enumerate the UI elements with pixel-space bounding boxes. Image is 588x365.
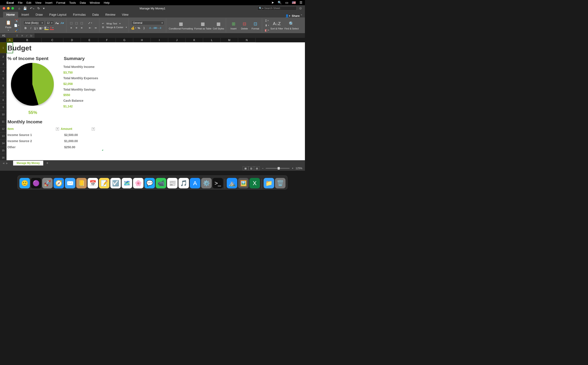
dock-app-news[interactable]: 📰: [167, 178, 177, 188]
maximize-window-button[interactable]: [11, 7, 14, 10]
increase-font-icon[interactable]: A▴: [55, 21, 59, 25]
col-header-j[interactable]: J: [168, 38, 186, 42]
row-header-3[interactable]: 3: [0, 60, 7, 68]
col-header-e[interactable]: E: [81, 38, 98, 42]
wrap-text-button[interactable]: ↩ Wrap Text ▾: [102, 22, 127, 25]
app-menu[interactable]: Excel: [7, 1, 14, 4]
dock-app-messages[interactable]: 💬: [144, 178, 155, 188]
dock-app-mail[interactable]: ✉️: [65, 178, 75, 188]
font-name-select[interactable]: Arial (Body) ▾: [23, 21, 44, 25]
dock-app-notes[interactable]: 📝: [99, 178, 109, 188]
menu-format[interactable]: Format: [56, 1, 65, 4]
decrease-decimal-icon[interactable]: .00→.0: [156, 26, 160, 30]
paste-button[interactable]: 📋 Paste ▾: [3, 19, 13, 31]
cancel-formula-icon[interactable]: ✕: [21, 34, 23, 37]
orientation-icon[interactable]: ⤢: [88, 21, 92, 25]
fx-icon[interactable]: fx: [30, 34, 32, 37]
increase-indent-icon[interactable]: ⇥: [93, 26, 97, 30]
row-header-2[interactable]: 2: [0, 53, 7, 60]
cut-icon[interactable]: ✂️: [14, 19, 19, 22]
font-size-select[interactable]: 12 ▾: [45, 21, 54, 25]
clear-icon[interactable]: ◧: [265, 28, 269, 32]
menu-window[interactable]: Window: [90, 1, 100, 4]
dock-app-music[interactable]: 🎵: [178, 178, 189, 188]
tab-data[interactable]: Data: [89, 12, 102, 17]
fill-icon[interactable]: ⬇: [265, 23, 269, 27]
align-left-icon[interactable]: ≡: [69, 26, 73, 30]
bold-button[interactable]: B: [23, 26, 28, 30]
add-sheet-button[interactable]: +: [43, 161, 51, 165]
delete-cells-button[interactable]: ⊟Delete: [240, 21, 249, 30]
row-header-13[interactable]: 13: [0, 133, 7, 140]
tab-draw[interactable]: Draw: [32, 12, 46, 17]
tab-review[interactable]: Review: [102, 12, 119, 17]
dock-app-photos[interactable]: 🌸: [133, 178, 143, 188]
dock-app-preview[interactable]: 🖼️: [238, 178, 248, 188]
dock-app-settings[interactable]: ⚙️: [201, 178, 212, 188]
tab-formulas[interactable]: Formulas: [70, 12, 89, 17]
dock-app-affinity[interactable]: ⛰️: [227, 178, 237, 188]
col-header-d[interactable]: D: [63, 38, 81, 42]
row-header-10[interactable]: 10: [0, 111, 7, 118]
row-header-12[interactable]: 12: [0, 125, 7, 133]
menu-edit[interactable]: Edit: [26, 1, 31, 4]
font-color-button[interactable]: A: [50, 26, 54, 30]
align-middle-icon[interactable]: ⬚: [74, 21, 79, 25]
feedback-icon[interactable]: ☺: [299, 6, 302, 10]
select-all-corner[interactable]: [0, 38, 7, 42]
filter-item-button[interactable]: ▾: [56, 127, 59, 131]
qat-customize-icon[interactable]: ▾: [43, 7, 45, 10]
number-format-select[interactable]: General▾: [132, 21, 164, 25]
tab-home[interactable]: Home: [3, 12, 18, 17]
dock-app-terminal[interactable]: >_: [213, 178, 223, 188]
dock-app-appstore[interactable]: A: [190, 178, 200, 188]
menu-help[interactable]: Help: [104, 1, 110, 4]
search-sheet-input[interactable]: 🔍▾ Search Sheet: [257, 6, 297, 10]
cells-area[interactable]: Budget % of Income Spent Summary 55%: [7, 42, 305, 160]
row-header-9[interactable]: 9: [0, 104, 7, 111]
zoom-out-button[interactable]: −: [262, 167, 263, 170]
col-header-a[interactable]: A: [7, 38, 13, 42]
decrease-font-icon[interactable]: A▾: [60, 21, 64, 25]
zoom-in-button[interactable]: +: [292, 167, 293, 170]
insert-cells-button[interactable]: ⊞Insert: [229, 21, 238, 30]
sheet-tab-active[interactable]: Manage My Money: [13, 161, 43, 165]
dock-app-finder[interactable]: 🙂: [20, 178, 30, 188]
menu-data[interactable]: Data: [80, 1, 86, 4]
format-cells-button[interactable]: ⊡Format: [250, 21, 260, 30]
page-break-view-icon[interactable]: ▤: [254, 166, 260, 170]
zoom-slider[interactable]: [266, 168, 290, 169]
row-header-4[interactable]: 4: [0, 68, 7, 75]
comma-format-icon[interactable]: ⟩: [142, 26, 146, 30]
name-box[interactable]: A1 ▴▾: [0, 34, 19, 37]
tab-view[interactable]: View: [119, 12, 132, 17]
dock-app-maps[interactable]: 🗺️: [122, 178, 132, 188]
col-header-g[interactable]: G: [116, 38, 133, 42]
dock-app-calendar[interactable]: 📅: [88, 178, 98, 188]
align-right-icon[interactable]: ≡: [79, 26, 84, 30]
row-header-8[interactable]: 8: [0, 97, 7, 104]
row-header-15[interactable]: 15: [0, 147, 7, 154]
close-window-button[interactable]: [3, 7, 5, 10]
border-button[interactable]: ▦: [39, 26, 43, 30]
col-header-c[interactable]: C: [42, 38, 63, 42]
display-icon[interactable]: ▭: [285, 1, 288, 5]
col-header-i[interactable]: I: [151, 38, 168, 42]
table-resize-handle-icon[interactable]: [102, 149, 103, 151]
col-header-m[interactable]: M: [221, 38, 238, 42]
col-header-l[interactable]: L: [203, 38, 221, 42]
home-icon[interactable]: ⌂: [18, 7, 20, 10]
sheet-nav-prev-icon[interactable]: ◀: [2, 162, 5, 164]
redo-button[interactable]: ↻: [37, 7, 40, 10]
filter-amount-button[interactable]: ▾: [92, 127, 95, 131]
save-icon[interactable]: 💾: [23, 7, 27, 10]
cursor-icon[interactable]: ➤: [271, 1, 274, 5]
row-header-7[interactable]: 7: [0, 89, 7, 97]
menu-file[interactable]: File: [18, 1, 22, 4]
italic-button[interactable]: I: [28, 26, 33, 30]
zoom-level[interactable]: 125%: [296, 167, 302, 170]
percent-format-icon[interactable]: %: [137, 26, 141, 30]
row-header-1[interactable]: 1: [0, 42, 7, 53]
accounting-format-icon[interactable]: 💰: [132, 26, 136, 30]
flag-icon[interactable]: 🇺🇸: [292, 1, 296, 5]
